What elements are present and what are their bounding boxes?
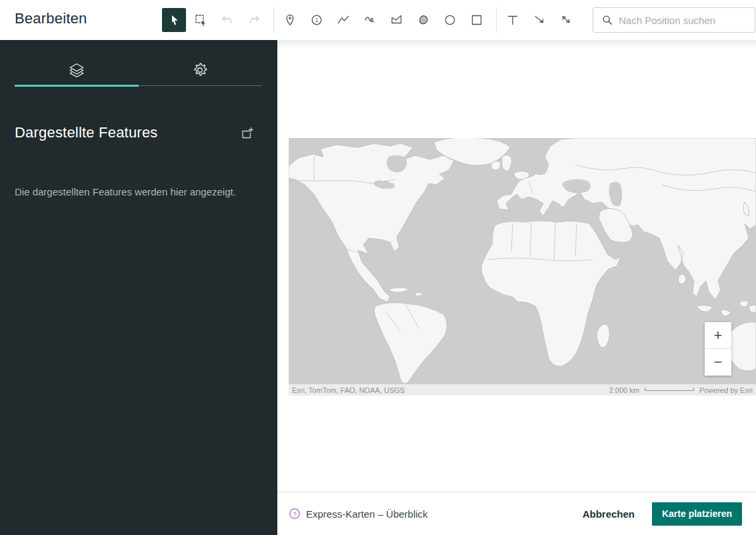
toolbar-divider [496,7,497,33]
pin-plus-icon [283,13,297,27]
svg-text:1: 1 [315,17,319,23]
panel-header: Dargestellte Features [15,124,262,141]
circle-icon [443,13,457,27]
search-box[interactable] [593,7,755,33]
undo-icon [221,13,234,27]
world-map [289,138,756,396]
map-attribution: Esri, TomTom, FAO, NOAA, USGS [292,386,405,394]
gear-icon [191,61,209,79]
zoom-out-button[interactable]: − [705,349,731,376]
pointer-tool-button[interactable] [162,8,186,32]
numbered-point-tool-button[interactable]: 1 [305,8,329,32]
marquee-select-icon [194,13,207,27]
blob-icon [417,13,430,27]
place-map-button[interactable]: Karte platzieren [652,502,742,526]
tab-settings[interactable] [139,61,263,86]
text-tool-button[interactable] [501,8,525,32]
freehand-line-tool-button[interactable] [358,8,382,32]
empty-message: Die dargestellten Features werden hier a… [15,186,236,197]
action-bar: ? Express-Karten – Überblick Abbrechen K… [277,492,756,535]
search-input[interactable] [619,8,755,32]
squiggle-icon [363,13,377,27]
map-canvas[interactable]: + − Esri, TomTom, FAO, NOAA, USGS 2.000 … [289,138,756,396]
svg-text:?: ? [293,510,297,518]
sidebar-panel: Dargestellte Features Die dargestellten … [0,40,277,535]
map-attribution-bar: Esri, TomTom, FAO, NOAA, USGS 2.000 km P… [289,384,756,396]
sidebar-tabs [15,61,262,86]
redo-button[interactable] [242,8,266,32]
cursor-icon [167,13,181,27]
action-buttons: Abbrechen Karte platzieren [583,502,742,526]
redo-icon [247,13,261,27]
zoom-in-button[interactable]: + [705,322,731,349]
double-arrow-tool-button[interactable] [554,8,578,32]
polygon-icon [390,13,403,27]
text-icon [506,13,519,27]
scale-label: 2.000 km [609,386,639,394]
double-arrow-icon [559,13,573,27]
marquee-select-tool-button[interactable] [189,8,213,32]
arrow-tool-button[interactable] [527,8,551,32]
circled-number-icon: 1 [310,13,323,27]
add-feature-icon [240,126,254,140]
add-feature-button[interactable] [240,126,254,140]
scale-bar [645,388,694,391]
toolbar-tools: 1 [162,0,755,40]
freehand-polygon-tool-button[interactable] [411,8,435,32]
panel-title: Dargestellte Features [15,124,158,141]
zoom-controls: + − [705,322,731,376]
header-shadow [277,40,756,49]
search-icon [601,14,613,26]
main-content: + − Esri, TomTom, FAO, NOAA, USGS 2.000 … [277,40,756,535]
help-label: Express-Karten – Überblick [306,508,428,520]
line-tool-button[interactable] [331,8,355,32]
cancel-button[interactable]: Abbrechen [583,508,635,520]
undo-button[interactable] [215,8,239,32]
help-link[interactable]: ? Express-Karten – Überblick [289,508,428,520]
polygon-tool-button[interactable] [385,8,409,32]
tab-layers[interactable] [15,61,139,86]
question-circle-icon: ? [289,508,301,520]
circle-tool-button[interactable] [438,8,462,32]
arrow-icon [533,13,546,27]
top-toolbar: Bearbeiten [0,0,756,40]
rectangle-tool-button[interactable] [465,8,489,32]
layers-icon [68,61,85,79]
toolbar-divider [273,7,274,33]
point-tool-button[interactable] [278,8,302,32]
powered-by: Powered by Esri [699,386,753,394]
page-title: Bearbeiten [15,10,87,27]
square-icon [470,13,483,27]
polyline-icon [337,13,350,27]
